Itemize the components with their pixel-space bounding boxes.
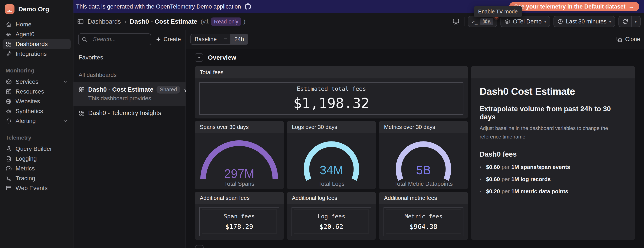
dashboard-name: Dash0 - Cost Estimate (88, 86, 153, 93)
clock-icon (557, 18, 563, 24)
search-placeholder: Search... (93, 36, 116, 42)
sidebar-item-resources[interactable]: Resources (2, 87, 71, 96)
markdown-title: Dash0 Cost Estimate (480, 86, 626, 97)
fee-per: per (502, 164, 510, 170)
dashboard-list-item[interactable]: Dash0 - Cost Estimate Shared This dashbo… (74, 82, 186, 106)
refresh-button[interactable]: ▾ (618, 16, 640, 27)
panel-title: Additional log fees (287, 192, 376, 204)
search-input[interactable]: Search... (78, 34, 151, 46)
collapse-sidebar-icon[interactable] (77, 18, 84, 25)
sidebar-item-label: Home (16, 21, 32, 28)
gauge-value: 297M (224, 167, 254, 180)
clone-button[interactable]: Clone (616, 36, 640, 42)
value-label: Span fees (224, 213, 255, 220)
sidebar-item-label: Websites (16, 98, 40, 105)
fee-price: $0.60 (486, 164, 500, 170)
command-palette-button[interactable]: >_ ⌘K (468, 16, 497, 27)
sidebar-item-label: Metrics (16, 165, 35, 172)
sidebar-item-home[interactable]: Home (2, 20, 71, 30)
sidebar-item-alerting[interactable]: Alerting (2, 116, 71, 126)
breadcrumb-current: Dash0 - Cost Estimate (130, 18, 197, 25)
span-fees-value: $178.29 (225, 223, 253, 230)
tv-mode-button[interactable] (451, 17, 461, 26)
chevron-down-icon[interactable]: ▾ (635, 19, 637, 24)
variable-value: 24h (231, 34, 248, 45)
chevron-down-icon: ▾ (609, 19, 611, 24)
see-telemetry-button[interactable]: See your telemetry in the Default datase… (509, 2, 639, 11)
sidebar-item-dashboards[interactable]: Dashboards (2, 39, 71, 49)
sidebar-item-web-events[interactable]: Web Events (2, 183, 71, 193)
sidebar-item-integrations[interactable]: Integrations (2, 49, 71, 59)
fee-price: $0.60 (486, 176, 500, 182)
panel-title: Logs over 30 days (287, 121, 376, 133)
sidebar-item-logging[interactable]: Logging (2, 154, 71, 164)
sidebar-item-agent0[interactable]: Agent0 (2, 30, 71, 39)
dataset-select[interactable]: OTel Demo ▾ (500, 16, 550, 27)
sidebar-item-label: Web Events (16, 185, 48, 192)
dashboard-list-item[interactable]: Dash0 - Telemetry Insights (74, 106, 186, 120)
panel-metrics-gauge[interactable]: Metrics over 30 days 5B Total Metric Dat… (379, 121, 468, 190)
file-code-icon (6, 156, 12, 162)
gauge-label: Total Metric Datapoints (379, 181, 468, 187)
breadcrumb-dashboards[interactable]: Dashboards (88, 18, 121, 25)
org-logo-icon (5, 4, 14, 14)
time-range-label: Last 30 minutes (566, 18, 606, 25)
blocks-icon (6, 88, 12, 95)
baseline-variable[interactable]: Baseline = 24h (190, 34, 248, 45)
create-dashboard-button[interactable]: Create (156, 36, 181, 42)
list-item: • $0.60 per 1M log records (480, 176, 626, 182)
fee-unit: 1M log records (511, 176, 551, 182)
dashboard-icon (78, 110, 85, 116)
panel-logs-gauge[interactable]: Logs over 30 days 34M Total Logs (287, 121, 376, 190)
sidebar-item-services[interactable]: Services (2, 77, 71, 87)
sidebar-item-label: Integrations (16, 50, 47, 57)
panel-additional-span-fees[interactable]: Additional span fees Span fees $178.29 (195, 192, 284, 240)
bullet-icon: • (480, 176, 481, 182)
layers-icon (504, 18, 510, 24)
fee-price: $0.20 (486, 188, 500, 195)
plus-icon (156, 36, 162, 42)
value-label: Metric fees (404, 213, 442, 220)
gauge-value: 5B (416, 164, 431, 177)
markdown-fees-heading: Dash0 fees (480, 150, 626, 158)
collapse-section-button[interactable] (195, 53, 203, 62)
version-info: (v1 Read-only ) (200, 18, 245, 26)
sidebar-item-query-builder[interactable]: Query Builder (2, 144, 71, 154)
dashboard-description: This dashboard provides... (88, 95, 181, 102)
version-label: (v1 (200, 18, 209, 25)
breadcrumb-bar: Dashboards › Dash0 - Cost Estimate (v1 R… (74, 13, 644, 30)
demo-banner: This data is generated with the OpenTele… (74, 0, 644, 13)
sidebar-item-websites[interactable]: Websites (2, 96, 71, 106)
panel-additional-log-fees[interactable]: Additional log fees Log fees $20.62 (287, 192, 376, 240)
app-window: Demo Org Home Agent0 Dashboards Integrat… (0, 0, 644, 248)
sidebar: Demo Org Home Agent0 Dashboards Integrat… (0, 0, 74, 248)
sidebar-item-metrics[interactable]: Metrics (2, 164, 71, 174)
readonly-badge: Read-only (211, 18, 241, 26)
github-icon[interactable] (245, 4, 251, 10)
org-switcher[interactable]: Demo Org (2, 4, 71, 20)
value-box: Log fees $20.62 (292, 207, 372, 236)
next-section-peek[interactable] (195, 245, 204, 248)
panel-spans-gauge[interactable]: Spans over 30 days 297M Total Spans (195, 121, 284, 190)
fee-unit: 1M metric data points (511, 188, 568, 195)
sidebar-item-label: Agent0 (16, 31, 34, 38)
panel-additional-metric-fees[interactable]: Additional metric fees Metric fees $964.… (379, 192, 468, 240)
shortcut-badge: ⌘K (480, 18, 494, 25)
panel-total-fees[interactable]: Total fees Estimated total fees $1,198.3… (195, 66, 468, 118)
time-range-select[interactable]: Last 30 minutes ▾ (554, 16, 615, 27)
panel-markdown[interactable]: Dash0 Cost Estimate Extrapolate volume f… (471, 66, 635, 240)
list-item: • $0.60 per 1M spans/span events (480, 164, 626, 170)
favorites-section[interactable]: Favorites (74, 49, 186, 66)
sidebar-item-tracing[interactable]: Tracing (2, 174, 71, 183)
dashboards-browser: Search... Create Favorites All dashboard… (74, 30, 186, 248)
sidebar-item-synthetics[interactable]: Synthetics (2, 106, 71, 116)
variable-operator: = (221, 34, 231, 45)
dashboards-icon (6, 41, 12, 47)
fees-list: • $0.60 per 1M spans/span events • $0.60… (480, 164, 626, 195)
value-box: Metric fees $964.38 (384, 207, 464, 236)
panel-title: Metrics over 30 days (379, 121, 468, 133)
dataset-label: OTel Demo (513, 18, 542, 25)
app-window-icon (6, 185, 12, 191)
tooltip-text: Enable TV mode (478, 8, 518, 14)
sidebar-section-monitoring: Monitoring (2, 59, 71, 77)
